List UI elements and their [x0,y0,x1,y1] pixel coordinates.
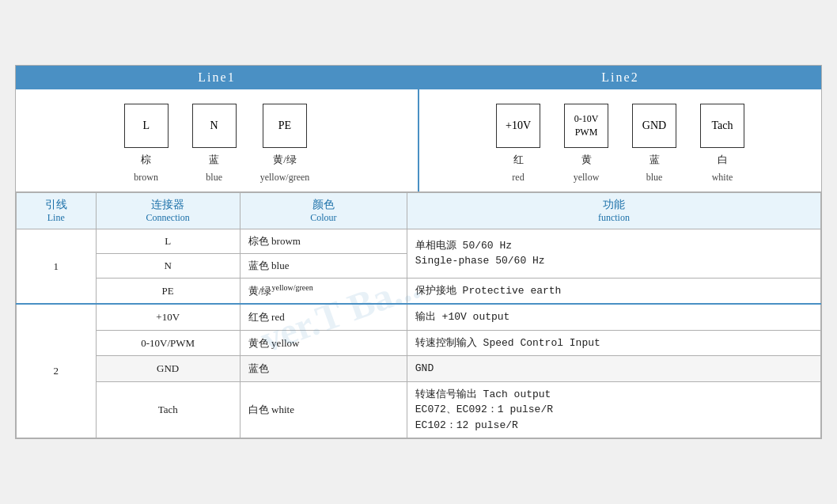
line1-header: Line1 [16,66,418,89]
line2-cell: 2 [17,304,97,438]
conn-Tach-en: white [712,172,733,184]
conn-N-zh: 蓝 [209,153,219,167]
conn-GND-en: blue [646,172,663,184]
color-cell-yellowgreen: 黄/绿yellow/green [240,278,407,304]
conn-L-box: L [124,104,169,148]
color-cell-white: 白色 white [240,381,407,438]
func-cell-10V: 输出 +10V output [407,304,820,330]
table-row: 0-10V/PWM 黄色 yellow 转速控制输入 Speed Control… [17,330,821,356]
conn-PE-en: yellow/green [260,172,310,184]
wiring-table: 引线Line 连接器Connection 颜色Colour 功能function… [16,192,821,439]
conn-L: L 棕 brown [124,104,169,184]
conn-L-zh: 棕 [141,153,151,167]
conn-N-box: N [192,104,237,148]
conn-10V-en: red [512,172,524,184]
conn-10V-zh: 红 [513,153,524,167]
color-cell-brown: 棕色 browm [240,229,407,253]
color-cell-red: 红色 red [240,304,407,330]
conn-GND-box: GND [632,104,676,148]
table-row: 2 +10V 红色 red 输出 +10V output [17,304,821,330]
conn-cell-L: L [96,229,240,253]
col-line: 引线Line [17,192,97,229]
func-cell-tach: 转速信号输出 Tach outputEC072、EC092：1 pulse/RE… [407,381,820,438]
conn-10V: +10V 红 red [496,104,540,184]
data-table-wrapper: ver.T Ba... 引线Line 连接器Connection 颜色Colou… [16,192,821,439]
conn-PE-zh: 黄/绿 [273,153,297,167]
conn-L-en: brown [134,172,158,184]
conn-GND: GND 蓝 blue [632,104,676,184]
color-cell-yellow: 黄色 yellow [240,330,407,356]
conn-N-en: blue [206,172,222,184]
conn-Tach-zh: 白 [718,153,728,167]
table-row: Tach 白色 white 转速信号输出 Tach outputEC072、EC… [17,381,821,438]
table-header-row: 引线Line 连接器Connection 颜色Colour 功能function [17,192,821,229]
conn-PE-box: PE [263,104,307,148]
col-colour: 颜色Colour [240,192,407,229]
conn-cell-gnd: GND [96,356,240,382]
func-cell-single-phase: 单相电源 50/60 HzSingle-phase 50/60 Hz [407,229,820,278]
conn-PE: PE 黄/绿 yellow/green [260,104,310,184]
conn-N: N 蓝 blue [192,104,237,184]
table-row: 1 L 棕色 browm 单相电源 50/60 HzSingle-phase 5… [17,229,821,253]
conn-cell-N: N [96,253,240,278]
conn-PWM-box: 0-10VPWM [564,104,608,148]
table-row: GND 蓝色 GND [17,356,821,382]
color-cell-blue1: 蓝色 blue [240,253,407,278]
conn-cell-PE: PE [96,278,240,304]
col-function: 功能function [407,192,820,229]
conn-cell-10V: +10V [96,304,240,330]
table-row: PE 黄/绿yellow/green 保护接地 Protective earth [17,278,821,304]
conn-PWM: 0-10VPWM 黄 yellow [564,104,608,184]
line2-diagram: Line2 +10V 红 red 0-10VPWM 黄 yellow GND 蓝 [419,66,821,191]
line1-diagram: Line1 L 棕 brown N 蓝 blue PE 黄/绿 yellow/g… [16,66,419,191]
conn-GND-zh: 蓝 [650,153,660,167]
conn-Tach: Tach 白 white [700,104,744,184]
line2-header: Line2 [419,66,821,89]
func-cell-speed: 转速控制输入 Speed Control Input [407,330,820,356]
conn-PWM-zh: 黄 [581,153,592,167]
color-cell-blue2: 蓝色 [240,356,407,382]
line1-cell: 1 [17,229,97,304]
func-cell-PE: 保护接地 Protective earth [407,278,820,304]
func-cell-gnd: GND [407,356,820,382]
conn-cell-tach: Tach [96,381,240,438]
conn-Tach-box: Tach [700,104,744,148]
conn-cell-pwm: 0-10V/PWM [96,330,240,356]
col-connection: 连接器Connection [96,192,240,229]
conn-PWM-en: yellow [574,172,600,184]
conn-10V-box: +10V [496,104,540,148]
